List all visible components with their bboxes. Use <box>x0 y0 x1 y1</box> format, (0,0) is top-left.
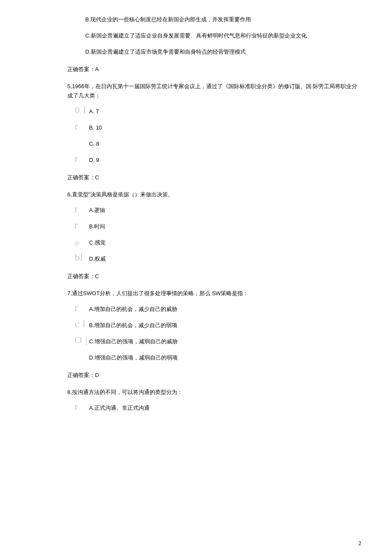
q7-marker-c: O | <box>75 336 89 344</box>
q7-marker-b: c l <box>75 319 89 328</box>
q6-option-d: bl D.权威 <box>75 254 392 264</box>
q7-option-b: c l B.增加自己的机会，减少自己的弱项 <box>75 320 392 331</box>
q5-option-b: r B. 10 <box>75 123 392 133</box>
q5-option-d: r D. 9 <box>75 155 392 165</box>
q5-question: 5,1966年，在日内瓦第十一届国际劳工统计专家会议上，通过了《国际标准职业分类… <box>67 82 358 101</box>
q7-option-a-text: A.增加自己的机会，减少自己的威胁 <box>89 304 177 314</box>
q5-option-c-text: C. 8 <box>89 139 99 149</box>
q7-option-a: r A.增加自己的机会，减少自己的威胁 <box>75 304 392 314</box>
q6-option-d-text: D.权威 <box>89 254 106 264</box>
q6-option-a: r A.逻辑 <box>75 205 392 216</box>
q7-option-c-text: C.增强自己的强项，减弱自己的威胁 <box>89 336 178 347</box>
q5-answer: 正确答案：C <box>67 173 358 182</box>
q4-option-c-text: C.新国企普遍建立了适应企业自身发展需要、具有鲜明时代气息和行业特征的新型企业文… <box>85 31 307 41</box>
q8-option-a: r A.正式沟通、非正式沟通 <box>75 403 392 413</box>
q5-option-b-text: B. 10 <box>89 123 102 133</box>
document-page: B.现代企业的一些核心制度已经在新国企内部生成，并发挥重要作用 C.新国企普遍建… <box>0 0 392 555</box>
q6-marker-d: bl <box>75 253 89 262</box>
q6-option-b-text: B.时间 <box>89 221 105 232</box>
q5-option-a: 0 l A. 7 <box>75 106 392 117</box>
q7-option-d-text: D.增强自己的强项，减弱自己的弱项 <box>89 353 178 363</box>
q6-answer: 正确答案：C <box>67 272 358 281</box>
q4-option-d-text: D.新国企普遍建立了适应市场竞争需要和自身特点的经营管理模式 <box>85 47 246 57</box>
q7-marker-a: r <box>75 303 89 312</box>
q5-option-d-text: D. 9 <box>89 155 99 165</box>
q8-option-a-text: A.正式沟通、非正式沟通 <box>89 403 150 413</box>
q6-option-c: @ C.感觉 <box>75 238 392 248</box>
q5-option-c: C. 8 <box>75 139 392 149</box>
q7-option-c: O | C.增强自己的强项，减弱自己的威胁 <box>75 336 392 347</box>
q6-marker-a: r <box>75 204 89 213</box>
q7-answer: 正确答案：D <box>67 371 358 380</box>
q8-question: 8,按沟通方法的不同，可以将沟通的类型分为： <box>67 388 358 397</box>
q5-marker-b: r <box>75 122 89 130</box>
q4-option-b: B.现代企业的一些核心制度已经在新国企内部生成，并发挥重要作用 <box>85 14 392 25</box>
q4-option-c: C.新国企普遍建立了适应企业自身发展需要、具有鲜明时代气息和行业特征的新型企业文… <box>85 31 392 41</box>
q5-option-a-text: A. 7 <box>89 106 99 117</box>
q6-marker-b: r <box>75 221 89 229</box>
q6-marker-c: @ <box>75 239 89 247</box>
q7-question: 7,通过SWOT分析，人们提出了很多处理事情的策略，那么 SW策略是指： <box>67 289 358 298</box>
q6-option-a-text: A.逻辑 <box>89 205 105 216</box>
q5-marker-a: 0 l <box>75 106 89 114</box>
q4-option-d: D.新国企普遍建立了适应市场竞争需要和自身特点的经营管理模式 <box>85 47 392 57</box>
q6-option-b: r B.时间 <box>75 221 392 232</box>
q6-question: 6,直觉型"决策风格是依据（）来做出决策。 <box>67 190 358 199</box>
q5-marker-d: r <box>75 154 89 163</box>
page-number: 2 <box>358 541 361 546</box>
q7-option-b-text: B.增加自己的机会，减少自己的弱项 <box>89 320 177 331</box>
q4-option-b-text: B.现代企业的一些核心制度已经在新国企内部生成，并发挥重要作用 <box>85 14 251 25</box>
q7-option-d: D.增强自己的强项，减弱自己的弱项 <box>75 353 392 363</box>
q6-option-c-text: C.感觉 <box>89 238 106 248</box>
q8-marker-a: r <box>75 402 89 411</box>
q4-answer: 正确答案：A <box>67 65 358 74</box>
